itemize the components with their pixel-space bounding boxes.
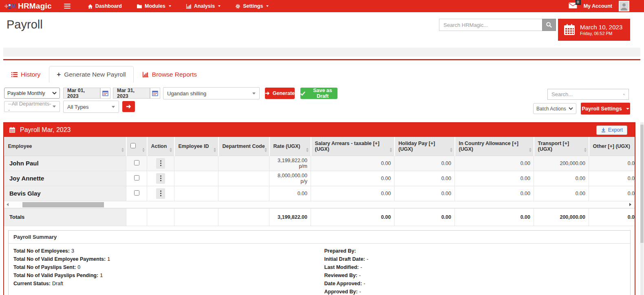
scroll-left-icon[interactable] xyxy=(7,203,9,206)
main-nav: Dashboard Modules Analysis Settings xyxy=(82,0,275,12)
sort-icon xyxy=(450,148,452,152)
payroll-page: M HRMagic Dashboard Modules Analysis xyxy=(0,0,644,295)
table-search-input[interactable] xyxy=(551,91,623,97)
scrollbar-thumb[interactable] xyxy=(640,125,644,243)
scrollbar-thumb[interactable] xyxy=(22,202,104,207)
chevron-down-icon xyxy=(112,106,115,108)
avatar[interactable] xyxy=(619,1,629,11)
search-icon xyxy=(546,22,552,28)
hrmagic-logo-icon: M xyxy=(4,2,16,10)
nav-dashboard[interactable]: Dashboard xyxy=(82,0,128,12)
totals-row: Totals 3,199,822.00 0.00 0.00 0.00 200,0… xyxy=(4,208,636,226)
other-cell: 0.00 xyxy=(589,156,636,171)
date-from-input[interactable]: Mar 01, 2023 xyxy=(63,88,100,99)
calendar-icon xyxy=(9,127,15,133)
col-department-code[interactable]: Department Code xyxy=(218,137,269,156)
totals-salary-arrears: 0.00 xyxy=(311,208,395,226)
in-country-cell: 0.00 xyxy=(455,171,534,186)
col-employee[interactable]: Employee xyxy=(4,137,126,156)
global-search xyxy=(439,19,556,31)
col-in-country-allowance[interactable]: In Country Allowance [+] (UGX) xyxy=(455,137,534,156)
col-transport[interactable]: Transport [+] (UGX) xyxy=(534,137,589,156)
col-action[interactable]: Action xyxy=(147,137,174,156)
department-select[interactable]: --All Departments-- xyxy=(4,101,60,112)
col-holiday-pay[interactable]: Holiday Pay [+] (UGX) xyxy=(395,137,455,156)
folder-icon xyxy=(137,4,142,9)
rate-cell: 8,000,000.00 p/y xyxy=(269,171,311,186)
date-to-input[interactable]: Mar 31, 2023 xyxy=(113,88,150,99)
nav-analysis[interactable]: Analysis xyxy=(180,0,226,12)
calendar-icon xyxy=(152,90,158,96)
totals-holiday-pay: 0.00 xyxy=(395,208,455,226)
currency-select[interactable]: Ugandan shilling xyxy=(163,87,260,99)
col-salary-arrears[interactable]: Salary Arrears - taxable [+] (UGX) xyxy=(311,137,395,156)
panel-title: Payroll Mar, 2023 xyxy=(20,126,71,134)
row-checkbox[interactable] xyxy=(134,175,139,181)
summary-right-column: Prepared By: Initial Draft Date:- Last M… xyxy=(320,248,631,295)
row-actions-button[interactable] xyxy=(156,173,165,184)
date-from-picker-button[interactable] xyxy=(100,88,110,99)
global-search-input[interactable] xyxy=(439,19,542,31)
chevron-down-icon xyxy=(52,92,57,95)
row-checkbox[interactable] xyxy=(134,160,139,165)
nav-modules[interactable]: Modules xyxy=(131,0,177,12)
salary-arrears-cell: 0.00 xyxy=(311,156,395,171)
batch-actions-select[interactable]: Batch Actions xyxy=(533,103,576,114)
row-actions-button[interactable] xyxy=(156,188,165,199)
my-account-link[interactable]: My Account xyxy=(584,3,612,9)
transport-cell: 0.00 xyxy=(534,171,589,186)
search-icon xyxy=(623,92,625,97)
global-search-button[interactable] xyxy=(542,19,556,31)
chevron-down-icon xyxy=(218,5,221,7)
datetime-panel: March 10, 2023 Friday, 06:52 PM xyxy=(558,19,630,41)
check-icon xyxy=(300,91,305,96)
employee-name: Joy Annette xyxy=(4,171,126,186)
transport-cell: 0.00 xyxy=(534,186,589,201)
generate-button[interactable]: Generate xyxy=(265,88,295,99)
select-all-checkbox[interactable] xyxy=(130,143,136,148)
payroll-table: Employee Action Employee ID Department C… xyxy=(4,137,635,201)
department-code-cell xyxy=(218,156,269,171)
sort-icon xyxy=(214,148,216,152)
apply-filters-button[interactable] xyxy=(122,101,135,112)
summary-left-column: Total No of Employees:3 Total No of Vali… xyxy=(9,248,320,295)
menu-toggle-icon[interactable] xyxy=(62,2,72,11)
scroll-right-icon[interactable] xyxy=(629,203,631,206)
payroll-tabs: History + Generate New Payroll Browse Re… xyxy=(4,66,204,83)
brand-logo[interactable]: M HRMagic xyxy=(4,2,52,11)
table-header-row: Employee Action Employee ID Department C… xyxy=(4,137,636,156)
sort-icon xyxy=(584,148,587,152)
horizontal-scrollbar[interactable] xyxy=(4,201,635,208)
col-rate[interactable]: Rate (UGX) xyxy=(269,137,311,156)
calendar-icon xyxy=(563,24,576,36)
tab-generate-new-payroll[interactable]: + Generate New Payroll xyxy=(49,66,134,83)
employee-type-select[interactable]: All Types xyxy=(63,101,119,113)
nav-settings[interactable]: Settings xyxy=(229,0,274,12)
row-actions-button[interactable] xyxy=(156,158,165,169)
svg-text:M: M xyxy=(12,3,16,9)
sort-icon xyxy=(142,148,145,152)
gear-icon xyxy=(235,4,240,9)
totals-transport: 200,000.00 xyxy=(534,208,589,226)
department-code-cell xyxy=(218,186,269,201)
payroll-settings-button[interactable]: Payroll Settings xyxy=(581,103,630,114)
totals-in-country: 0.00 xyxy=(455,208,534,226)
tab-browse-reports[interactable]: Browse Reports xyxy=(135,66,204,83)
save-as-draft-button[interactable]: Save as Draft xyxy=(300,88,337,99)
table-row: Joy Annette 8,000,000.00 p/y 0.00 0.00 0… xyxy=(4,171,636,186)
date-to-picker-button[interactable] xyxy=(150,88,160,99)
col-select-all[interactable] xyxy=(126,137,147,156)
download-icon xyxy=(601,128,606,133)
messages-button[interactable]: 0 xyxy=(569,2,577,10)
row-checkbox[interactable] xyxy=(134,190,139,196)
col-employee-id[interactable]: Employee ID xyxy=(174,137,218,156)
employee-id-cell xyxy=(174,156,218,171)
tab-history[interactable]: History xyxy=(4,66,48,83)
other-cell: 0.00 xyxy=(589,171,636,186)
vertical-scrollbar[interactable] xyxy=(640,122,644,295)
col-other[interactable]: Other [+] (UGX) xyxy=(589,137,636,156)
export-button[interactable]: Export xyxy=(596,125,627,135)
pay-type-select[interactable]: Payable Monthly xyxy=(4,88,60,99)
arrow-right-icon xyxy=(265,91,270,96)
table-row: Bevis Glay 0.00 0.00 0.00 0.00 0.00 0.00 xyxy=(4,186,636,201)
